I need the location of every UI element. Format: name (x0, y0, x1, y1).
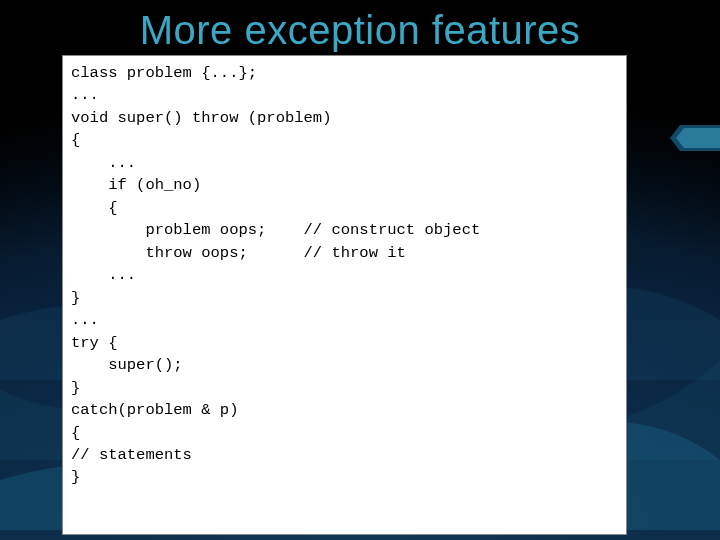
svg-marker-1 (676, 128, 720, 148)
slide-background: More exception features class problem {.… (0, 0, 720, 540)
code-box: class problem {...}; ... void super() th… (62, 55, 627, 535)
slide-title: More exception features (0, 8, 720, 53)
ribbon-decoration (670, 125, 720, 151)
code-content: class problem {...}; ... void super() th… (71, 62, 618, 489)
